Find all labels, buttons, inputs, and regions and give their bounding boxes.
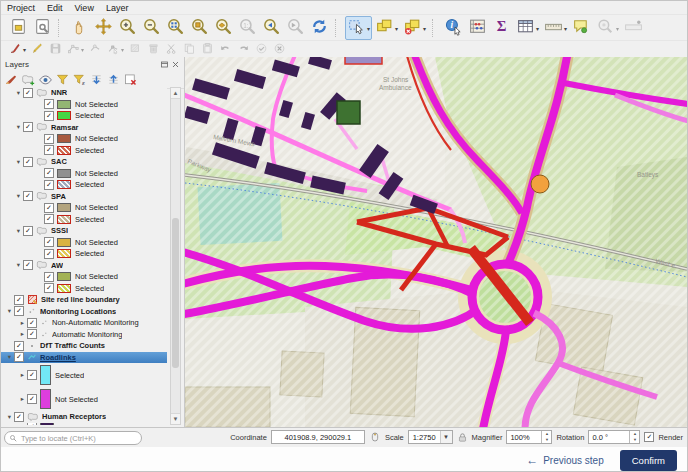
layer-group-sac[interactable]: ▾✓SAC [1, 156, 167, 168]
render-checkbox[interactable]: ✓ [644, 432, 654, 442]
pan-move-button[interactable] [92, 16, 115, 40]
tree-expander-icon[interactable]: ▾ [5, 307, 14, 315]
refresh-button[interactable] [308, 16, 331, 40]
layer-checkbox[interactable]: ✓ [44, 134, 54, 144]
tree-expander-icon[interactable]: ▸ [18, 319, 27, 327]
layer-label[interactable]: DfT Traffic Counts [40, 341, 105, 350]
layer-label[interactable]: Roadlinks [40, 353, 76, 362]
layer-checkbox[interactable]: ✓ [44, 99, 54, 109]
zoom-layer-button[interactable] [212, 16, 235, 40]
tree-expander-icon[interactable]: ▾ [14, 261, 23, 269]
legend-item-not-selected[interactable]: ▸✓Not Selected [1, 387, 167, 411]
tree-expander-icon[interactable]: ▾ [14, 192, 23, 200]
layer-checkbox[interactable]: ✓ [14, 412, 24, 422]
legend-item-not-selected[interactable]: ✓Not Selected [1, 237, 167, 249]
layer-label[interactable]: SSSI [51, 226, 68, 235]
dropdown-arrow-icon[interactable]: ▾ [23, 46, 26, 53]
tree-expander-icon[interactable]: ▾ [14, 158, 23, 166]
layer-group-roadlinks[interactable]: ▾✓Roadlinks [1, 352, 167, 364]
layer-checkbox[interactable]: ✓ [44, 214, 54, 224]
scroll-down-icon[interactable]: ▼ [171, 413, 180, 424]
layer-checkbox[interactable]: ✓ [23, 191, 33, 201]
layer-checkbox[interactable]: ✓ [44, 145, 54, 155]
layer-checkbox[interactable]: ✓ [44, 249, 54, 259]
menu-project[interactable]: Project [7, 3, 35, 13]
map-tips-button[interactable] [570, 16, 593, 40]
layer-checkbox[interactable]: ✓ [27, 370, 37, 380]
deselect-features-button[interactable]: ▾ [401, 16, 428, 40]
coordinate-field[interactable]: 401908.9, 290029.1 [271, 430, 365, 444]
dropdown-arrow-icon[interactable]: ▾ [395, 25, 398, 32]
scale-combo[interactable]: 1:2750 ▼ [408, 430, 453, 444]
legend-item-not-selected[interactable]: ✓Not Selected [1, 99, 167, 111]
measure-button[interactable]: ▾ [542, 16, 569, 40]
filter-legend-button[interactable] [55, 72, 70, 87]
dropdown-arrow-icon[interactable]: ▾ [121, 46, 124, 53]
layer-label[interactable]: Monitoring Locations [40, 307, 116, 316]
dropdown-arrow-icon[interactable]: ▾ [367, 25, 370, 32]
select-features-button[interactable]: ▾ [373, 16, 400, 40]
layer-checkbox[interactable]: ✓ [27, 318, 37, 328]
tree-expander-icon[interactable]: ▾ [14, 123, 23, 131]
dropdown-arrow-icon[interactable]: ▾ [423, 25, 426, 32]
pan-hand-button[interactable] [68, 16, 91, 40]
layer-checkbox[interactable]: ✓ [23, 226, 33, 236]
tree-expander-icon[interactable]: ▸ [18, 395, 27, 403]
dropdown-arrow-icon[interactable]: ▾ [564, 25, 567, 32]
legend-item-swatch[interactable]: ✓ [1, 423, 167, 426]
legend-item-not-selected[interactable]: ✓Not Selected [1, 168, 167, 180]
spin-arrows-icon[interactable]: ▲▼ [541, 431, 551, 443]
layer-checkbox[interactable]: ✓ [44, 272, 54, 282]
layer-group-aw[interactable]: ▾✓AW [1, 260, 167, 272]
dropdown-arrow-icon[interactable]: ▾ [81, 46, 84, 53]
layer-checkbox[interactable]: ✓ [44, 237, 54, 247]
expand-all-button[interactable] [89, 72, 104, 87]
layer-label[interactable]: SPA [51, 192, 66, 201]
legend-item-automatic-monitoring[interactable]: ▸✓Automatic Monitoring [1, 329, 167, 341]
select-rectangle-button[interactable]: ▾ [345, 16, 372, 40]
zoom-out-button[interactable] [140, 16, 163, 40]
layout-manager-button[interactable] [31, 16, 54, 40]
magnifier-spinbox[interactable]: 100% ▲▼ [506, 430, 552, 444]
layer-checkbox[interactable]: ✓ [14, 341, 24, 351]
layer-group-ramsar[interactable]: ▾✓Ramsar [1, 122, 167, 134]
layer-checkbox[interactable]: ✓ [44, 168, 54, 178]
layer-checkbox[interactable]: ✓ [23, 260, 33, 270]
legend-item-not-selected[interactable]: ✓Not Selected [1, 271, 167, 283]
legend-item-selected[interactable]: ✓Selected [1, 214, 167, 226]
layer-styling-button[interactable] [4, 72, 19, 87]
dropdown-arrow-icon[interactable]: ▾ [536, 25, 539, 32]
add-group-button[interactable] [21, 72, 36, 87]
layer-checkbox[interactable]: ✓ [27, 394, 37, 404]
tree-expander-icon[interactable]: ▾ [5, 353, 14, 361]
undock-icon[interactable] [159, 59, 170, 69]
previous-step-link[interactable]: ← Previous step [526, 453, 604, 467]
spin-arrows-icon[interactable]: ▲▼ [629, 431, 639, 443]
layer-label[interactable]: Site red line boundary [41, 295, 120, 304]
layer-checkbox[interactable]: ✓ [23, 88, 33, 98]
layer-checkbox[interactable]: ✓ [44, 203, 54, 213]
legend-item-selected[interactable]: ✓Selected [1, 283, 167, 295]
layer-group-nnr[interactable]: ▾✓NNR [1, 87, 167, 99]
menu-edit[interactable]: Edit [47, 3, 63, 13]
zoom-last-button[interactable] [260, 16, 283, 40]
layer-checkbox[interactable]: ✓ [27, 329, 37, 339]
layer-site-red-line-boundary[interactable]: ✓Site red line boundary [1, 294, 167, 306]
scroll-up-icon[interactable]: ▲ [171, 88, 180, 99]
legend-item-not-selected[interactable]: ✓Not Selected [1, 133, 167, 145]
layer-group-human-receptors[interactable]: ▾✓Human Receptors [1, 411, 167, 423]
identify-button[interactable]: i [442, 16, 465, 40]
layer-checkbox[interactable]: ✓ [44, 283, 54, 293]
filter-expression-button[interactable]: ε [72, 72, 87, 87]
layout-new-button[interactable] [7, 16, 30, 40]
layer-checkbox[interactable]: ✓ [23, 122, 33, 132]
tree-expander-icon[interactable]: ▾ [14, 89, 23, 97]
scroll-thumb[interactable] [172, 218, 179, 368]
layer-label[interactable]: NNR [51, 88, 67, 97]
lock-icon[interactable] [457, 432, 468, 443]
current-edits-button[interactable]: ▾ [7, 42, 28, 58]
tree-expander-icon[interactable]: ▾ [5, 413, 14, 421]
map-canvas[interactable]: St Johns Ambulance Batleys Malvern Mews … [185, 57, 687, 427]
layer-group-sssi[interactable]: ▾✓SSSI [1, 225, 167, 237]
tree-expander-icon[interactable]: ▾ [14, 227, 23, 235]
